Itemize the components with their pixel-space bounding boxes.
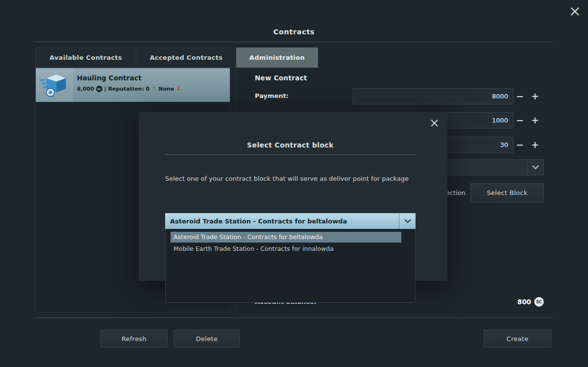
tab-bar: Available Contracts Accepted Contracts A…	[35, 48, 318, 68]
block-dropdown-selected: Asteroid Trade Station - Contracts for b…	[165, 218, 399, 225]
reputation-gain: None	[158, 86, 174, 92]
reputation-text: | Reputation: 0	[104, 86, 149, 92]
page-title: Contracts	[0, 28, 588, 36]
contract-meta: 8,000 SC | Reputation: 0 ↑ None ↓	[77, 85, 181, 92]
delete-button[interactable]: Delete	[174, 330, 240, 347]
block-dropdown[interactable]: Asteroid Trade Station - Contracts for b…	[165, 213, 416, 229]
credits-coin-icon: SC	[96, 86, 102, 92]
dialog-title-divider	[165, 154, 416, 155]
title-divider	[35, 42, 553, 42]
balance-coin-icon: SC	[534, 297, 544, 307]
reputation-down-icon: ↓	[176, 85, 181, 92]
reputation-up-icon: ↑	[151, 85, 156, 92]
tab-administration[interactable]: Administration	[236, 48, 318, 68]
new-contract-heading: New Contract	[255, 74, 307, 82]
select-block-button[interactable]: Select Block	[470, 183, 544, 202]
duration-minus-button[interactable]: −	[514, 137, 525, 153]
collateral-minus-button[interactable]: −	[514, 112, 525, 128]
collateral-plus-button[interactable]: +	[530, 112, 540, 128]
refresh-button[interactable]: Refresh	[100, 330, 168, 347]
dialog-description: Select one of your contract block that w…	[165, 173, 417, 184]
hauling-contract-icon	[36, 68, 73, 102]
payment-input[interactable]: 8000	[353, 88, 514, 104]
account-balance: 800 SC	[517, 296, 544, 308]
contract-payment: 8,000	[77, 86, 94, 92]
payment-minus-button[interactable]: −	[514, 88, 525, 104]
contract-list-item[interactable]: Hauling Contract 8,000 SC | Reputation: …	[36, 68, 230, 102]
dialog-title: Select Contract block	[165, 141, 416, 149]
balance-value: 800	[517, 298, 531, 306]
payment-label: Payment:	[255, 92, 289, 99]
block-option-asteroid[interactable]: Asteroid Trade Station - Contracts for b…	[171, 232, 401, 243]
duration-plus-button[interactable]: +	[530, 137, 540, 153]
payment-plus-button[interactable]: +	[530, 88, 540, 104]
block-options-list: Asteroid Trade Station - Contracts for b…	[165, 229, 416, 303]
dropdown-chevron-icon	[527, 160, 543, 175]
contracts-screen: × Contracts Available Contracts Accepted…	[0, 0, 588, 367]
tab-accepted-contracts[interactable]: Accepted Contracts	[136, 48, 236, 68]
contract-title: Hauling Contract	[77, 74, 181, 82]
block-option-mobile-earth[interactable]: Mobile Earth Trade Station - Contracts f…	[171, 244, 401, 254]
footer-divider	[35, 318, 553, 318]
tab-available-contracts[interactable]: Available Contracts	[35, 48, 136, 68]
create-button[interactable]: Create	[484, 330, 551, 347]
block-dropdown-chevron-icon	[399, 213, 416, 229]
window-close-icon[interactable]: ×	[569, 4, 581, 19]
dialog-close-icon[interactable]: ×	[429, 117, 440, 129]
